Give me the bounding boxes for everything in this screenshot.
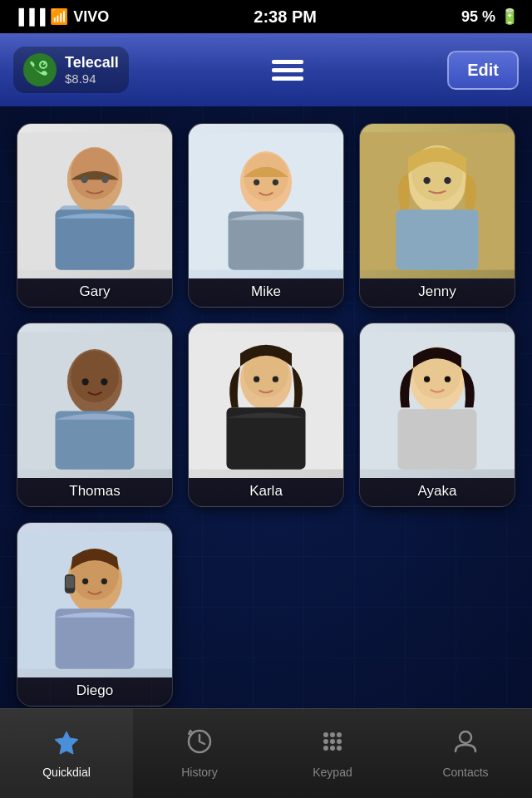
contact-name-karla: Karla	[246, 478, 286, 506]
svg-point-24	[82, 378, 89, 385]
tab-contacts-label: Contacts	[442, 766, 488, 779]
bottom-row: Diego	[17, 522, 515, 707]
tab-quickdial-label: Quickdial	[42, 766, 91, 779]
tab-quickdial[interactable]: Quickdial	[0, 709, 133, 798]
quickdial-icon	[53, 728, 80, 761]
tab-keypad-label: Keypad	[313, 766, 352, 779]
svg-point-42	[82, 579, 88, 584]
svg-point-25	[101, 378, 107, 385]
svg-point-55	[323, 746, 328, 751]
contact-card-ayaka[interactable]: Ayaka	[359, 323, 515, 507]
contact-name-ayaka: Ayaka	[415, 478, 461, 506]
tab-contacts[interactable]: Contacts	[399, 709, 532, 798]
contact-name-mike: Mike	[248, 278, 284, 307]
menu-line-1	[272, 60, 303, 64]
svg-rect-20	[396, 209, 478, 269]
app-name: Telecall	[65, 54, 119, 71]
status-carrier: ▐▐▐ 📶 VIVO	[13, 7, 109, 26]
svg-point-53	[330, 739, 335, 744]
tab-history-label: History	[181, 766, 218, 779]
signal-icon: ▐▐▐	[13, 8, 45, 26]
menu-line-2	[272, 68, 303, 72]
svg-point-0	[40, 62, 47, 68]
main-content: Gary Mike	[0, 106, 532, 708]
svg-point-57	[337, 746, 342, 751]
tab-bar: Quickdial History	[0, 708, 532, 798]
svg-point-30	[254, 377, 259, 382]
app-icon	[23, 53, 57, 86]
svg-point-12	[254, 180, 259, 185]
contact-card-gary[interactable]: Gary	[17, 123, 173, 308]
contact-photo-ayaka	[360, 323, 515, 478]
logo-button[interactable]: Telecall $8.94	[13, 47, 129, 93]
svg-point-19	[444, 177, 451, 184]
contact-card-jenny[interactable]: Jenny	[359, 123, 515, 308]
svg-marker-47	[55, 732, 78, 754]
svg-point-36	[424, 377, 430, 382]
svg-rect-8	[55, 209, 134, 269]
svg-point-6	[81, 176, 87, 183]
svg-point-50	[330, 732, 335, 737]
menu-line-3	[272, 76, 303, 81]
contact-name-diego: Diego	[73, 677, 116, 706]
contact-photo-karla	[189, 323, 343, 478]
contacts-icon	[452, 728, 479, 761]
svg-point-7	[101, 176, 108, 183]
tab-keypad[interactable]: Keypad	[266, 709, 399, 798]
contact-name-gary: Gary	[76, 278, 114, 307]
status-battery: 95 % 🔋	[461, 7, 519, 26]
tab-history[interactable]: History	[133, 709, 266, 798]
svg-point-49	[323, 732, 328, 737]
svg-point-54	[337, 739, 342, 744]
status-bar: ▐▐▐ 📶 VIVO 2:38 PM 95 % 🔋	[0, 0, 532, 33]
contact-photo-thomas	[17, 323, 172, 478]
battery-label: 95 %	[461, 8, 495, 26]
app-price: $8.94	[65, 71, 119, 86]
svg-rect-26	[55, 411, 134, 469]
keypad-icon	[319, 728, 346, 761]
svg-point-58	[460, 732, 471, 743]
svg-rect-14	[229, 211, 304, 269]
contact-card-thomas[interactable]: Thomas	[17, 323, 173, 507]
svg-point-52	[323, 739, 328, 744]
svg-point-51	[337, 732, 342, 737]
svg-point-56	[330, 746, 335, 751]
svg-rect-38	[397, 409, 476, 469]
app-info: Telecall $8.94	[65, 54, 119, 86]
svg-point-13	[273, 180, 278, 185]
edit-button[interactable]: Edit	[447, 51, 519, 90]
wifi-icon: 📶	[50, 7, 68, 26]
contact-name-jenny: Jenny	[415, 278, 459, 307]
header: Telecall $8.94 Edit	[0, 33, 532, 106]
contacts-grid: Gary Mike	[17, 123, 515, 507]
contact-photo-mike	[189, 124, 343, 278]
contact-card-mike[interactable]: Mike	[188, 123, 344, 308]
contact-card-diego[interactable]: Diego	[17, 522, 173, 707]
svg-point-31	[273, 377, 278, 382]
status-time: 2:38 PM	[254, 7, 317, 27]
svg-rect-46	[55, 608, 134, 668]
contact-name-thomas: Thomas	[66, 478, 123, 506]
contact-photo-jenny	[360, 124, 515, 278]
contact-photo-diego	[17, 523, 172, 677]
svg-rect-45	[66, 576, 74, 588]
carrier-label: VIVO	[73, 8, 109, 26]
menu-button[interactable]	[265, 53, 310, 87]
svg-point-18	[423, 177, 430, 184]
history-icon	[186, 728, 213, 761]
contact-photo-gary	[17, 124, 172, 278]
svg-point-43	[101, 579, 107, 584]
phone-icon	[28, 58, 52, 81]
svg-point-37	[445, 377, 451, 382]
battery-icon: 🔋	[500, 7, 519, 26]
contact-card-karla[interactable]: Karla	[188, 323, 344, 507]
